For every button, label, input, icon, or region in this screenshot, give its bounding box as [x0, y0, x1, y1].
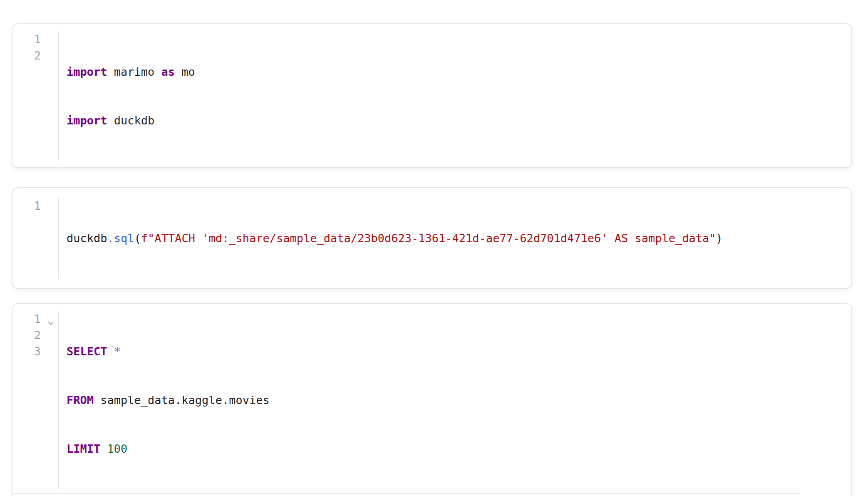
code-area[interactable]: duckdb.sql(f"ATTACH 'md:_share/sample_da… — [59, 198, 851, 279]
keyword-token: as — [161, 65, 175, 78]
sql-toolbar: Output variable: Hide output sql — [12, 494, 851, 496]
line-number: 1 — [12, 31, 58, 47]
sql-cell: 1 2 3 SELECT * FROM sample_data.kaggle.m… — [12, 303, 852, 496]
code-token: duckdb — [67, 232, 107, 245]
code-token: ( — [134, 232, 141, 245]
number-token: 100 — [107, 442, 128, 455]
function-token: sql — [114, 232, 134, 245]
code-token: ) — [716, 232, 723, 245]
code-token: . — [107, 232, 114, 245]
code-token — [100, 442, 107, 455]
code-token: marimo — [107, 65, 161, 78]
line-number: 1 — [12, 311, 58, 327]
code-cell-duckdb-attach: 1 duckdb.sql(f"ATTACH 'md:_share/sample_… — [12, 187, 852, 289]
code-token — [107, 345, 114, 358]
keyword-token: FROM — [67, 394, 94, 407]
keyword-token: import — [67, 65, 107, 78]
code-area[interactable]: import marimo as mo import duckdb — [59, 31, 851, 161]
code-editor: 1 2 3 SELECT * FROM sample_data.kaggle.m… — [12, 311, 851, 489]
line-number: 2 — [12, 327, 58, 343]
code-line: import marimo as mo — [67, 64, 851, 80]
keyword-token: SELECT — [67, 345, 107, 358]
string-token: f"ATTACH 'md:_share/sample_data/23b0d623… — [141, 232, 716, 245]
code-cell-imports: 1 2 import marimo as mo import duckdb — [12, 23, 852, 168]
code-line: duckdb.sql(f"ATTACH 'md:_share/sample_da… — [67, 230, 851, 246]
code-line: SELECT * — [67, 343, 851, 360]
code-token: sample_data.kaggle.movies — [94, 394, 270, 407]
line-number-gutter: 1 — [12, 198, 59, 279]
code-token: mo — [175, 65, 195, 78]
code-line: FROM sample_data.kaggle.movies — [67, 392, 851, 408]
line-number: 2 — [12, 47, 58, 64]
line-number-gutter: 1 2 — [12, 31, 59, 161]
line-number: 3 — [12, 343, 58, 360]
code-line: LIMIT 100 — [67, 441, 851, 457]
keyword-token: LIMIT — [67, 442, 100, 455]
code-editor: 1 duckdb.sql(f"ATTACH 'md:_share/sample_… — [12, 198, 851, 279]
code-token: duckdb — [107, 114, 155, 127]
code-editor: 1 2 import marimo as mo import duckdb — [12, 31, 851, 161]
code-line: import duckdb — [67, 112, 851, 129]
code-area[interactable]: SELECT * FROM sample_data.kaggle.movies … — [59, 311, 851, 489]
line-number-gutter: 1 2 3 — [12, 311, 59, 489]
line-number: 1 — [12, 198, 58, 214]
keyword-token: import — [67, 114, 107, 127]
notebook: 1 2 import marimo as mo import duckdb 1 … — [0, 23, 868, 496]
operator-token: * — [114, 345, 121, 358]
